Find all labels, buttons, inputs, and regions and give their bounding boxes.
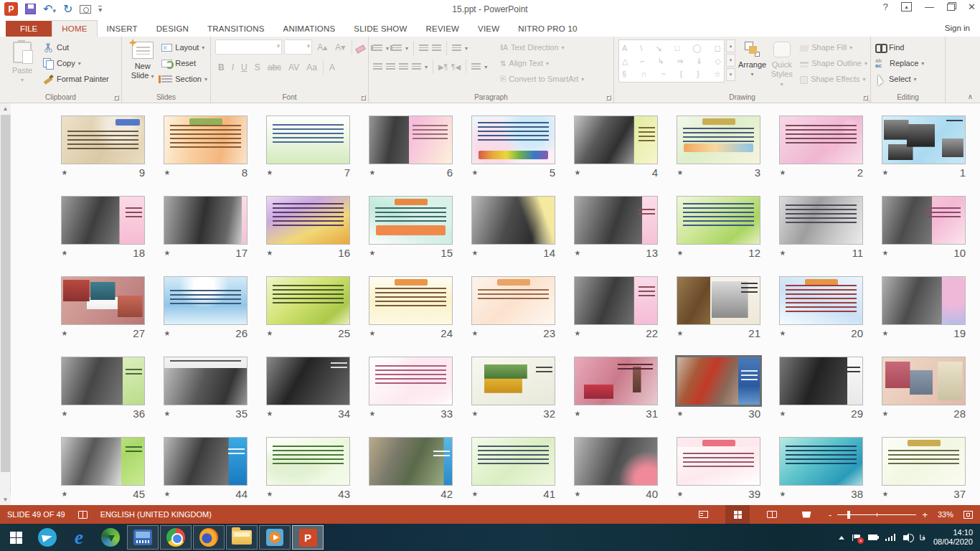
normal-view-button[interactable]	[691, 505, 715, 524]
decrease-font-size-button[interactable]: A▾	[332, 40, 348, 55]
shape-glyph[interactable]: ◯	[692, 44, 701, 52]
slide-thumbnail-39[interactable]	[677, 437, 760, 486]
slide-thumbnail-23[interactable]	[471, 276, 555, 325]
transition-star-icon[interactable]: ★	[471, 329, 478, 338]
shape-glyph[interactable]: △	[622, 57, 628, 65]
slide-sorter-view-button[interactable]	[725, 505, 750, 524]
align-right-icon[interactable]	[399, 63, 408, 70]
taskbar-app-player[interactable]	[259, 525, 291, 550]
transition-star-icon[interactable]: ★	[61, 410, 67, 418]
shape-glyph[interactable]: ⇓	[696, 57, 702, 65]
tab-nitro-pro-10[interactable]: NITRO PRO 10	[509, 21, 586, 37]
format-painter-button[interactable]: Format Painter	[43, 71, 109, 87]
transition-star-icon[interactable]: ★	[471, 490, 478, 499]
shape-glyph[interactable]: ~	[661, 70, 665, 78]
slide-thumbnail-24[interactable]	[369, 276, 453, 325]
transition-star-icon[interactable]: ★	[266, 249, 273, 258]
rtl-direction-icon[interactable]: ¶◀	[451, 63, 461, 71]
transition-star-icon[interactable]: ★	[61, 490, 67, 499]
vertical-scrollbar[interactable]: ▲ ▼	[0, 103, 11, 505]
quick-styles-button[interactable]: Quick Styles ▾	[769, 39, 794, 91]
slide-thumbnail-2[interactable]	[779, 116, 863, 164]
taskbar-app-ie[interactable]: e	[63, 524, 95, 551]
slide-thumbnail-10[interactable]	[882, 196, 966, 245]
slide-thumbnail-41[interactable]	[471, 437, 555, 486]
transition-star-icon[interactable]: ★	[779, 410, 786, 418]
transition-star-icon[interactable]: ★	[882, 329, 888, 338]
zoom-level[interactable]: 33%	[938, 510, 953, 519]
slide-thumbnail-34[interactable]	[266, 357, 350, 405]
battery-icon[interactable]	[868, 534, 877, 540]
transition-star-icon[interactable]: ★	[574, 490, 580, 499]
hidden-icons-arrow[interactable]	[839, 536, 844, 540]
select-button[interactable]: Select▾	[875, 71, 924, 87]
transition-star-icon[interactable]: ★	[574, 169, 580, 177]
font-dialog-launcher[interactable]	[361, 95, 366, 100]
numbering-icon[interactable]	[392, 44, 402, 52]
transition-star-icon[interactable]: ★	[369, 329, 375, 338]
slide-thumbnail-37[interactable]	[882, 437, 966, 486]
shape-glyph[interactable]: §	[622, 70, 626, 78]
transition-star-icon[interactable]: ★	[369, 249, 375, 258]
transition-star-icon[interactable]: ★	[882, 169, 888, 177]
slide-thumbnail-22[interactable]	[574, 276, 658, 325]
slide-thumbnail-4[interactable]	[574, 116, 658, 164]
slide-thumbnail-15[interactable]	[369, 196, 453, 245]
slide-thumbnail-7[interactable]	[266, 116, 350, 164]
text-direction-button[interactable]: ‖AText Direction▾	[500, 39, 584, 55]
decrease-indent-icon[interactable]	[419, 44, 428, 52]
sign-in-link[interactable]: Sign in	[945, 24, 970, 32]
slide-thumbnail-17[interactable]	[164, 196, 248, 245]
line-spacing-icon[interactable]	[452, 44, 461, 52]
transition-star-icon[interactable]: ★	[677, 329, 683, 338]
slide-thumbnail-44[interactable]	[164, 437, 248, 486]
transition-star-icon[interactable]: ★	[164, 249, 170, 258]
speaker-icon[interactable]	[903, 535, 907, 540]
transition-star-icon[interactable]: ★	[266, 490, 273, 499]
clipboard-dialog-launcher[interactable]	[114, 95, 119, 100]
shape-effects-button[interactable]: Shape Effects▾	[800, 71, 867, 87]
shape-glyph[interactable]: }	[697, 70, 699, 78]
transition-star-icon[interactable]: ★	[677, 490, 683, 499]
tab-file[interactable]: FILE	[6, 21, 52, 37]
transition-star-icon[interactable]: ★	[61, 329, 67, 338]
transition-star-icon[interactable]: ★	[779, 169, 786, 177]
align-center-icon[interactable]	[386, 63, 395, 70]
slide-thumbnail-6[interactable]	[369, 116, 453, 164]
slide-thumbnail-31[interactable]	[574, 357, 658, 405]
convert-smartart-button[interactable]: ⎘Convert to SmartArt▾	[500, 71, 584, 87]
font-style-button-a[interactable]: A	[326, 60, 338, 75]
taskbar-app-ppt[interactable]: P	[292, 525, 324, 550]
transition-star-icon[interactable]: ★	[882, 249, 888, 258]
transition-star-icon[interactable]: ★	[471, 410, 478, 418]
transition-star-icon[interactable]: ★	[677, 410, 683, 418]
transition-star-icon[interactable]: ★	[369, 169, 375, 177]
align-text-button[interactable]: ⇅Align Text▾	[500, 55, 584, 71]
help-icon[interactable]: ?	[883, 1, 888, 12]
new-slide-button[interactable]: New Slide ▾	[126, 39, 159, 91]
transition-star-icon[interactable]: ★	[164, 169, 170, 177]
slide-thumbnail-11[interactable]	[779, 196, 863, 245]
shapes-gallery-scroll[interactable]: ▴▾▾	[726, 39, 735, 91]
taskbar-app-telegram[interactable]	[32, 524, 63, 551]
shape-glyph[interactable]: ⌐	[641, 57, 645, 65]
zoom-in-button[interactable]: +	[922, 509, 928, 520]
shape-glyph[interactable]: ◇	[715, 57, 721, 65]
tab-home[interactable]: HOME	[52, 20, 97, 37]
taskbar-app-folder[interactable]	[226, 525, 258, 550]
shape-glyph[interactable]: {	[680, 70, 683, 78]
shape-glyph[interactable]: ∩	[641, 70, 646, 78]
transition-star-icon[interactable]: ★	[61, 169, 67, 177]
fit-to-window-icon[interactable]	[963, 511, 973, 519]
transition-star-icon[interactable]: ★	[266, 169, 273, 177]
shape-glyph[interactable]: A	[622, 44, 627, 52]
close-icon[interactable]: ✕	[968, 1, 976, 12]
arrange-button[interactable]: Arrange▾	[738, 39, 766, 91]
shape-glyph[interactable]: □	[675, 44, 680, 52]
transition-star-icon[interactable]: ★	[882, 490, 888, 499]
transition-star-icon[interactable]: ★	[164, 329, 170, 338]
font-style-button-abc[interactable]: abc	[265, 60, 284, 75]
slide-thumbnail-8[interactable]	[164, 116, 248, 164]
transition-star-icon[interactable]: ★	[266, 329, 273, 338]
transition-star-icon[interactable]: ★	[369, 410, 375, 418]
